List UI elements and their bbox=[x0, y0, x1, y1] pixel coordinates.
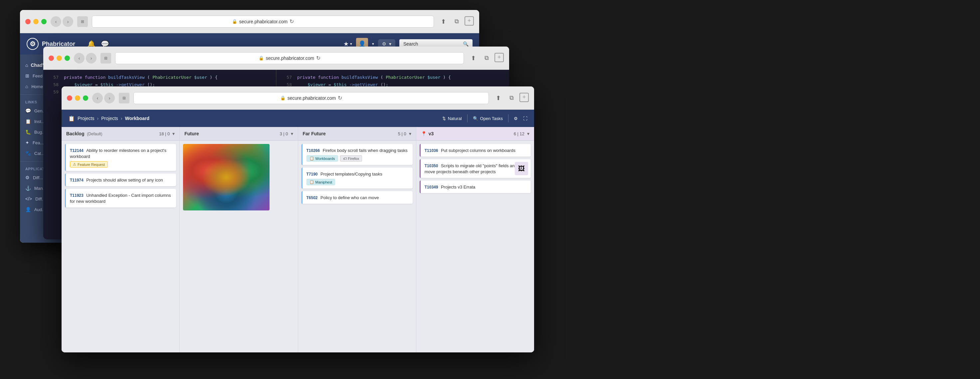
inst-icon: 📋 bbox=[25, 119, 31, 124]
tag-maniphest[interactable]: 📋 Maniphest bbox=[307, 179, 336, 185]
fullscreen-button[interactable]: ⛶ bbox=[523, 116, 527, 121]
code-text-57-right: private function buildTasksView ( Phabri… bbox=[297, 75, 451, 80]
address-bar-2[interactable]: 🔒 secure.phabricator.com ↻ bbox=[115, 52, 464, 64]
firefox-icon: 🏷 bbox=[343, 157, 347, 160]
fea-label: Fea... bbox=[33, 140, 44, 145]
close-button-1[interactable] bbox=[25, 19, 30, 24]
close-button-3[interactable] bbox=[67, 95, 72, 101]
home-nav-icon: ⌂ bbox=[25, 84, 28, 89]
card-t6502[interactable]: T6502 Policy to define who can move bbox=[301, 191, 413, 204]
breadcrumb-sep-2: › bbox=[121, 116, 123, 121]
line-num-59-left: 59 bbox=[49, 89, 59, 95]
minimize-button-2[interactable] bbox=[57, 56, 62, 61]
forward-button-2[interactable]: › bbox=[86, 53, 97, 63]
new-tab-button-3[interactable]: + bbox=[519, 93, 529, 102]
card-t7190-id: T7190 bbox=[307, 172, 318, 176]
v3-arrow[interactable]: ▾ bbox=[527, 131, 530, 136]
reload-button-1[interactable]: ↻ bbox=[290, 18, 294, 25]
minimize-button-1[interactable] bbox=[33, 19, 38, 24]
share-button-2[interactable]: ⬆ bbox=[468, 53, 479, 63]
card-t6502-title: Policy to define who can move bbox=[320, 195, 379, 200]
lock-icon-1: 🔒 bbox=[232, 19, 237, 24]
card-t12144-id: T12144 bbox=[70, 148, 84, 153]
share-button-1[interactable]: ⬆ bbox=[438, 16, 449, 27]
tab-icon-1[interactable]: ⊞ bbox=[77, 16, 88, 27]
card-t12144[interactable]: T12144 Ability to reorder milestones on … bbox=[65, 144, 176, 171]
back-button-1[interactable]: ‹ bbox=[51, 16, 61, 27]
anchor-icon: ⚓ bbox=[25, 186, 31, 191]
breadcrumb-projects1[interactable]: Projects bbox=[78, 116, 94, 121]
line-num-58-left: 58 bbox=[49, 82, 59, 87]
card-t10350-title: Scripts to migrate old "points" fields a… bbox=[425, 163, 517, 174]
search2-icon: 🔍 bbox=[473, 116, 478, 121]
cat-icon: 🐾 bbox=[25, 151, 31, 156]
tag-workboards[interactable]: 📋 Workboards bbox=[307, 155, 338, 162]
card-t12144-tags: ⚠ Feature Request bbox=[70, 161, 172, 168]
sidebar-button-1[interactable]: ⧉ bbox=[451, 16, 462, 27]
open-tasks-button[interactable]: 🔍 Open Tasks bbox=[473, 116, 503, 121]
maximize-button-1[interactable] bbox=[41, 19, 46, 24]
far-future-cards: T10266 Firefox body scroll fails when dr… bbox=[298, 141, 416, 352]
feed-icon: ⊞ bbox=[25, 73, 29, 78]
card-t10349[interactable]: T10349 Projects v3 Errata bbox=[420, 181, 531, 193]
tab-icon-2[interactable]: ⊞ bbox=[100, 53, 111, 63]
sidebar-button-3[interactable]: ⧉ bbox=[506, 93, 517, 103]
breadcrumb-projects2[interactable]: Projects bbox=[101, 116, 118, 121]
new-tab-button-2[interactable]: + bbox=[495, 53, 504, 62]
maximize-button-3[interactable] bbox=[83, 95, 88, 101]
card-t11036[interactable]: T11036 Put subproject columns on workboa… bbox=[420, 144, 531, 157]
natural-label: Natural bbox=[448, 116, 462, 121]
tag-label-feature-request: Feature Request bbox=[78, 163, 105, 167]
v3-count: 6 | 12 bbox=[514, 131, 525, 136]
card-t10350[interactable]: T10350 Scripts to migrate old "points" f… bbox=[420, 159, 531, 178]
tab-icon-3[interactable]: ⊞ bbox=[119, 93, 129, 103]
future-arrow[interactable]: ▾ bbox=[291, 131, 293, 136]
settings-button[interactable]: ⚙ bbox=[514, 116, 518, 121]
address-bar-1[interactable]: 🔒 secure.phabricator.com ↻ bbox=[92, 16, 434, 28]
future-title: Future bbox=[185, 131, 280, 136]
card-t6502-id: T6502 bbox=[307, 195, 318, 200]
nav-buttons-2: ‹ › bbox=[74, 53, 97, 63]
v3-title-text: v3 bbox=[429, 131, 434, 136]
forward-button-3[interactable]: › bbox=[104, 93, 115, 103]
column-far-future-header: Far Future 5 | 0 ▾ bbox=[298, 127, 416, 141]
close-button-2[interactable] bbox=[49, 56, 54, 61]
gear-icon: ⚙ bbox=[382, 41, 387, 46]
tag-firefox[interactable]: 🏷 Firefox bbox=[340, 155, 363, 162]
reload-button-3[interactable]: ↻ bbox=[338, 95, 342, 101]
address-bar-3[interactable]: 🔒 secure.phabricator.com ↻ bbox=[134, 92, 489, 104]
avatar-arrow[interactable]: ▾ bbox=[372, 41, 374, 46]
traffic-lights-3 bbox=[67, 95, 88, 101]
fullscreen-icon: ⛶ bbox=[523, 116, 527, 121]
card-t11923[interactable]: T11923 Unhandled Exception - Cant import… bbox=[65, 189, 176, 208]
maximize-button-2[interactable] bbox=[65, 56, 70, 61]
breadcrumb-workboard: Workboard bbox=[125, 116, 150, 121]
new-tab-button-1[interactable]: + bbox=[465, 16, 474, 25]
home-label: Home bbox=[31, 84, 43, 89]
column-v3: 📍 v3 6 | 12 ▾ T11036 Put subproject colu… bbox=[416, 127, 534, 352]
minimize-button-3[interactable] bbox=[75, 95, 80, 101]
natural-sort-button[interactable]: ⇅ Natural bbox=[442, 116, 462, 121]
far-future-arrow[interactable]: ▾ bbox=[409, 131, 411, 136]
column-backlog-header: Backlog (Default) 18 | 0 ▾ bbox=[62, 127, 179, 141]
card-t12144-title: Ability to reorder milestones on a proje… bbox=[70, 148, 166, 159]
workboard-header-actions: ⇅ Natural 🔍 Open Tasks ⚙ ⛶ bbox=[442, 114, 527, 122]
card-t7190[interactable]: T7190 Project templates/Copying tasks 📋 … bbox=[301, 168, 413, 189]
lock-icon-2: 🔒 bbox=[259, 56, 264, 60]
backlog-arrow[interactable]: ▾ bbox=[172, 131, 175, 136]
card-t11974[interactable]: T11974 Projects should allow setting of … bbox=[65, 174, 176, 186]
future-cards bbox=[180, 141, 298, 352]
sidebar-button-2[interactable]: ⧉ bbox=[481, 53, 492, 63]
workboard-header: 📋 Projects › Projects › Workboard ⇅ Natu… bbox=[62, 110, 534, 127]
back-button-3[interactable]: ‹ bbox=[92, 93, 103, 103]
tag-feature-request[interactable]: ⚠ Feature Request bbox=[70, 161, 108, 168]
card-t10266[interactable]: T10266 Firefox body scroll fails when dr… bbox=[301, 144, 413, 165]
forward-button-1[interactable]: › bbox=[62, 16, 73, 27]
projects-icon: 📋 bbox=[68, 115, 75, 122]
maniphest-icon: 📋 bbox=[309, 180, 314, 184]
warning-icon: ⚠ bbox=[73, 162, 76, 167]
back-button-2[interactable]: ‹ bbox=[74, 53, 84, 63]
share-button-3[interactable]: ⬆ bbox=[493, 93, 503, 103]
reload-button-2[interactable]: ↻ bbox=[316, 55, 320, 61]
column-future-header: Future 3 | 0 ▾ bbox=[180, 127, 298, 141]
